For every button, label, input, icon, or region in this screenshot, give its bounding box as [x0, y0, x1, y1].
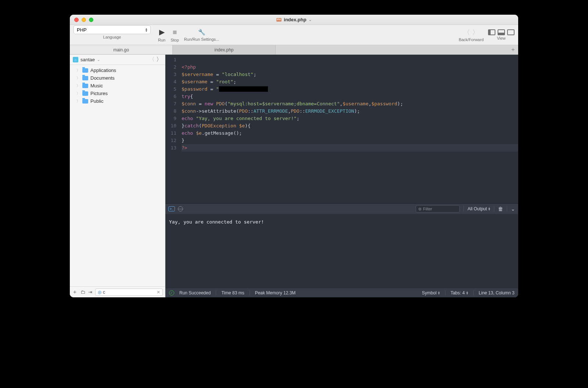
tree-item[interactable]: 〉Applications — [70, 66, 165, 74]
tree-item-label: Pictures — [90, 91, 108, 96]
console-output-filter[interactable]: All Output ▴▾ — [467, 206, 490, 211]
tree-item[interactable]: 〉Public — [70, 97, 165, 105]
console-filter-input[interactable]: ⊜ Filter — [416, 205, 460, 213]
tree-item-label: Music — [90, 83, 103, 88]
stop-button[interactable]: ■ Stop — [171, 28, 179, 42]
disclosure-chevron-icon: 〉 — [76, 91, 80, 96]
folder-icon — [82, 91, 88, 96]
php-file-icon — [276, 18, 282, 22]
file-sidebar: ⌂ santae ⌄ 〈 〉 〉Applications〉Documents〉M… — [70, 55, 165, 297]
code-editor[interactable]: 12345678910111213 <?php$servername = "lo… — [165, 55, 518, 203]
sidebar-forward-button[interactable]: 〉 — [156, 56, 162, 64]
view-left-pane-button[interactable] — [488, 29, 495, 35]
chevron-down-icon: ⌄ — [309, 18, 312, 22]
console-toolbar: >_ ⊜ Filter All Output ▴▾ — [165, 204, 518, 214]
tree-item-label: Applications — [90, 68, 116, 73]
clear-console-button[interactable]: 🗑 — [498, 206, 503, 212]
sidebar-back-button[interactable]: 〈 — [149, 56, 155, 64]
tree-item[interactable]: 〉Documents — [70, 74, 165, 82]
disclosure-chevron-icon: 〉 — [76, 68, 80, 73]
clear-search-button[interactable]: ✕ — [157, 290, 160, 295]
sidebar-search-value: c — [103, 290, 105, 295]
window-title[interactable]: index.php ⌄ — [70, 17, 518, 22]
console-filter-placeholder: Filter — [423, 207, 432, 211]
language-value: PHP — [77, 27, 87, 33]
sidebar-footer: ＋ 🗀 ⇥ ◎ c ✕ — [70, 286, 165, 297]
sidebar-header[interactable]: ⌂ santae ⌄ 〈 〉 — [70, 55, 165, 65]
line-gutter: 12345678910111213 — [165, 55, 179, 203]
status-ok-icon: ✓ — [169, 290, 174, 295]
status-time-text: Time 83 ms — [221, 290, 244, 295]
run-button[interactable]: ▶ Run — [158, 28, 165, 42]
tab-index-php[interactable]: index.php — [173, 45, 276, 54]
tree-item-label: Public — [90, 98, 103, 104]
tree-item-label: Documents — [90, 75, 115, 81]
tree-item[interactable]: 〉Pictures — [70, 90, 165, 97]
stop-icon: ■ — [172, 28, 177, 36]
tree-item[interactable]: 〉Music — [70, 82, 165, 90]
filter-icon: ⊜ — [418, 207, 422, 211]
folder-icon — [82, 76, 88, 80]
chevron-down-icon: ⌄ — [97, 58, 100, 62]
language-label: Language — [103, 35, 121, 39]
disclosure-chevron-icon: 〉 — [76, 99, 80, 104]
home-icon: ⌂ — [73, 57, 78, 62]
editor-pane: 12345678910111213 <?php$servername = "lo… — [165, 55, 518, 297]
new-folder-button[interactable]: 🗀 — [80, 289, 85, 295]
add-tab-button[interactable]: ＋ — [508, 45, 518, 54]
disclosure-chevron-icon: 〉 — [76, 83, 80, 88]
chevrons-icon: ▴▾ — [146, 28, 147, 32]
console-output: Yay, you are connected to server! — [165, 214, 518, 288]
cursor-position: Line 13, Column 3 — [479, 290, 514, 295]
run-settings-button[interactable]: 🔧 Run/Run Settings... — [184, 29, 219, 41]
file-tree: 〉Applications〉Documents〉Music〉Pictures〉P… — [70, 65, 165, 286]
web-tab-button[interactable] — [178, 206, 183, 211]
play-icon: ▶ — [159, 28, 165, 36]
language-select[interactable]: PHP ▴▾ — [74, 25, 151, 34]
symbol-select[interactable]: Symbol ▴▾ — [422, 290, 440, 295]
disclosure-chevron-icon: 〉 — [76, 76, 80, 81]
tabs-select[interactable]: Tabs: 4 ▴▾ — [451, 290, 468, 295]
sidebar-root-label: santae — [80, 57, 95, 62]
status-memory-text: Peak Memory 12.3M — [255, 290, 296, 295]
sidebar-search-input[interactable]: ◎ c ✕ — [95, 289, 163, 296]
import-icon[interactable]: ⇥ — [88, 289, 92, 295]
tab-main-go[interactable]: main.go — [70, 45, 173, 54]
folder-icon — [82, 99, 88, 104]
folder-icon — [82, 84, 88, 88]
titlebar: index.php ⌄ — [70, 15, 518, 25]
window-title-text: index.php — [284, 17, 306, 22]
folder-icon — [82, 68, 88, 73]
status-run-text: Run Succeeded — [179, 290, 211, 295]
view-plain-button[interactable] — [507, 29, 514, 35]
tab-row: main.go index.php ＋ — [70, 45, 518, 55]
toolbar: PHP ▴▾ Language ▶ Run ■ Stop 🔧 Run/Run S… — [70, 25, 518, 45]
status-bar: ✓ Run Succeeded Time 83 ms Peak Memory 1… — [165, 288, 518, 297]
wrench-icon: 🔧 — [198, 29, 205, 36]
code-body[interactable]: <?php$servername = "localhost";$username… — [179, 55, 518, 203]
app-window: index.php ⌄ PHP ▴▾ Language ▶ Run ■ Stop — [70, 15, 518, 297]
collapse-console-button[interactable]: ⌄ — [511, 206, 515, 212]
console-tab-button[interactable]: >_ — [168, 206, 175, 211]
forward-button[interactable]: 〉 — [472, 28, 479, 37]
view-bottom-pane-button[interactable] — [498, 29, 505, 35]
search-target-icon: ◎ — [98, 290, 101, 295]
back-button[interactable]: 〈 — [463, 28, 470, 37]
console-pane: >_ ⊜ Filter All Output ▴▾ — [165, 203, 518, 288]
add-button[interactable]: ＋ — [72, 289, 78, 295]
